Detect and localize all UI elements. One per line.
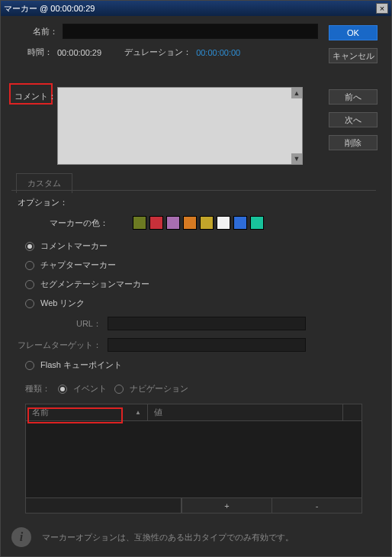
kind-row: 種類： イベント ナビゲーション: [25, 383, 376, 394]
radio-label: チャプターマーカー: [40, 259, 116, 271]
frame-target-label: フレームターゲット：: [11, 340, 101, 351]
radio-label: イベント: [73, 383, 107, 394]
col-spacer: [343, 404, 361, 420]
footer: i マーカーオプションは、互換性のある出力タイプでのみ有効です。: [11, 527, 294, 547]
comment-textarea[interactable]: [57, 87, 303, 165]
frame-target-input[interactable]: [108, 338, 306, 352]
radio-label: コメントマーカー: [40, 240, 108, 252]
radio-label: ナビゲーション: [130, 383, 188, 394]
marker-type-list: コメントマーカー チャプターマーカー セグメンテーションマーカー Web リンク: [25, 240, 376, 309]
col-value-label: 値: [154, 407, 162, 418]
radio-icon: [25, 280, 34, 289]
prev-button[interactable]: 前へ: [329, 89, 378, 105]
color-swatch-white[interactable]: [217, 216, 230, 230]
table-footer: + -: [26, 497, 361, 513]
chevron-up-icon[interactable]: ▲: [291, 88, 302, 98]
duration-label: デュレーション：: [124, 47, 191, 58]
add-row-button[interactable]: +: [182, 498, 272, 513]
table-body: [26, 421, 361, 497]
next-button[interactable]: 次へ: [329, 112, 378, 127]
marker-color-label: マーカーの色：: [50, 217, 108, 229]
info-icon: i: [11, 527, 31, 547]
right-button-column: OK キャンセル 前へ 次へ 削除: [329, 25, 378, 150]
marker-dialog: マーカー @ 00:00:00:29 × OK キャンセル 前へ 次へ 削除 名…: [0, 0, 392, 557]
time-value: 00:00:00:29: [57, 48, 101, 57]
radio-segmentation-marker[interactable]: セグメンテーションマーカー: [25, 278, 376, 290]
duration-value[interactable]: 00:00:00:00: [196, 48, 240, 57]
options-header: オプション：: [18, 197, 376, 208]
color-swatch-red[interactable]: [149, 216, 163, 230]
radio-chapter-marker[interactable]: チャプターマーカー: [25, 259, 376, 271]
radio-kind-event[interactable]: イベント: [58, 383, 107, 394]
radio-icon: [58, 385, 67, 394]
annotation-highlight-radio: [27, 407, 123, 423]
time-label: 時間：: [27, 47, 53, 58]
h-scrollbar[interactable]: [26, 498, 182, 513]
radio-icon: [114, 385, 124, 394]
ok-button[interactable]: OK: [329, 25, 378, 40]
radio-label: Web リンク: [40, 298, 85, 309]
col-value[interactable]: 値: [148, 404, 343, 420]
radio-icon: [25, 242, 34, 251]
cancel-button[interactable]: キャンセル: [329, 48, 378, 63]
radio-icon: [25, 261, 34, 270]
url-input[interactable]: [108, 317, 306, 330]
url-label: URL：: [11, 318, 101, 330]
color-swatch-yellow[interactable]: [200, 216, 214, 230]
chevron-down-icon[interactable]: ▼: [291, 153, 302, 164]
window-title: マーカー @ 00:00:00:29: [4, 3, 95, 14]
sort-arrow-icon: ▲: [135, 409, 141, 416]
delete-button[interactable]: 削除: [329, 135, 378, 150]
radio-icon: [25, 361, 34, 370]
options-panel: オプション： マーカーの色： コメントマーカー: [11, 190, 376, 514]
color-swatch-purple[interactable]: [166, 216, 180, 230]
marker-color-row: マーカーの色：: [50, 216, 376, 230]
radio-web-link[interactable]: Web リンク: [25, 298, 376, 309]
name-input[interactable]: [63, 24, 318, 39]
footer-note: マーカーオプションは、互換性のある出力タイプでのみ有効です。: [42, 532, 294, 543]
radio-label: Flash キューポイント: [40, 359, 122, 371]
kind-label: 種類：: [25, 383, 50, 394]
radio-comment-marker[interactable]: コメントマーカー: [25, 240, 376, 252]
radio-kind-navigation[interactable]: ナビゲーション: [114, 383, 188, 394]
remove-row-button[interactable]: -: [272, 498, 361, 513]
radio-flash-cue[interactable]: Flash キューポイント: [25, 359, 376, 371]
color-swatch-olive[interactable]: [133, 216, 146, 230]
close-icon[interactable]: ×: [376, 3, 388, 14]
radio-label: セグメンテーションマーカー: [40, 278, 149, 290]
dialog-content: OK キャンセル 前へ 次へ 削除 名前： 時間： 00:00:00:29 デュ…: [1, 16, 391, 556]
color-swatch-blue[interactable]: [233, 216, 247, 230]
color-swatch-teal[interactable]: [250, 216, 264, 230]
titlebar: マーカー @ 00:00:00:29 ×: [1, 1, 391, 16]
color-swatch-orange[interactable]: [183, 216, 197, 230]
name-label: 名前：: [16, 26, 58, 37]
comment-label: コメント：: [14, 91, 56, 102]
radio-icon: [25, 299, 34, 308]
